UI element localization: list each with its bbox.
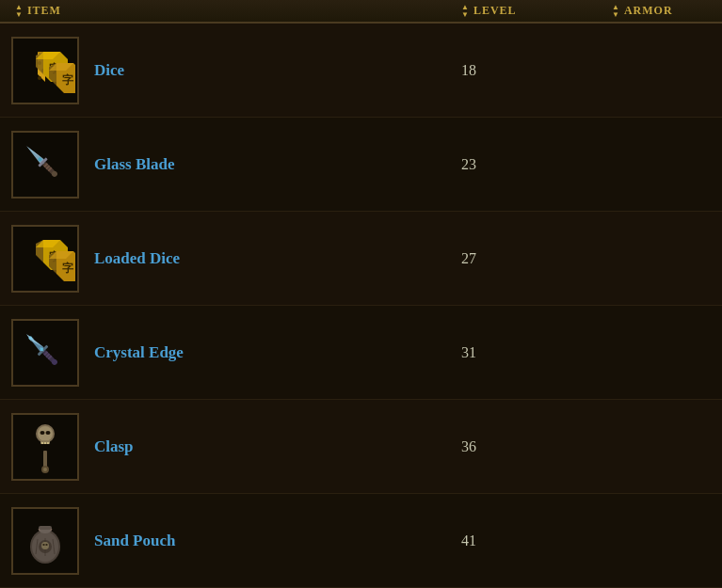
svg-text:字: 字 bbox=[62, 262, 74, 275]
item-cell: 字 字 Dice bbox=[0, 29, 452, 112]
item-icon bbox=[11, 131, 79, 199]
level-cell: 23 bbox=[452, 156, 602, 173]
level-cell: 31 bbox=[452, 344, 602, 361]
header-item[interactable]: ▲▼ ITEM bbox=[0, 4, 452, 19]
header-level[interactable]: ▲▼ LEVEL bbox=[452, 4, 602, 19]
item-name: Clasp bbox=[94, 437, 134, 456]
svg-point-68 bbox=[45, 544, 47, 546]
level-cell: 27 bbox=[452, 250, 602, 267]
item-icon bbox=[11, 319, 79, 387]
item-cell: Crystal Edge bbox=[0, 311, 452, 394]
header-armor-label: ARMOR bbox=[624, 4, 673, 18]
item-name: Dice bbox=[94, 61, 124, 80]
item-cell: Sand Pouch bbox=[0, 500, 452, 582]
table-row[interactable]: Glass Blade 23 bbox=[0, 118, 722, 212]
table-header: ▲▼ ITEM ▲▼ LEVEL ▲▼ ARMOR bbox=[0, 0, 722, 24]
svg-point-48 bbox=[38, 426, 53, 441]
level-cell: 36 bbox=[452, 438, 602, 455]
item-icon: 字 字 bbox=[11, 37, 79, 104]
item-cell: Clasp bbox=[0, 405, 452, 488]
item-cell: Glass Blade bbox=[0, 123, 452, 206]
level-cell: 18 bbox=[452, 62, 602, 79]
table-body: 字 字 Dice 18 bbox=[0, 24, 722, 588]
table-row[interactable]: 字 字 Dice 18 bbox=[0, 24, 722, 118]
level-sort-arrows: ▲▼ bbox=[461, 4, 470, 19]
item-name: Loaded Dice bbox=[94, 249, 180, 268]
header-level-label: LEVEL bbox=[473, 4, 517, 18]
level-cell: 41 bbox=[452, 532, 602, 549]
armor-sort-arrows: ▲▼ bbox=[612, 4, 620, 19]
svg-point-67 bbox=[42, 544, 44, 546]
item-icon: 字 字 bbox=[11, 225, 79, 293]
svg-rect-52 bbox=[41, 442, 43, 444]
svg-point-6 bbox=[38, 76, 41, 80]
table-row[interactable]: Crystal Edge 31 bbox=[0, 306, 722, 400]
header-item-label: ITEM bbox=[27, 4, 61, 18]
items-table: ▲▼ ITEM ▲▼ LEVEL ▲▼ ARMOR bbox=[0, 0, 722, 588]
item-sort-arrows: ▲▼ bbox=[15, 4, 24, 19]
item-name: Sand Pouch bbox=[94, 532, 175, 550]
svg-rect-54 bbox=[47, 442, 49, 444]
table-row[interactable]: Sand Pouch 41 bbox=[0, 494, 722, 588]
item-icon bbox=[11, 413, 79, 481]
svg-rect-69 bbox=[39, 526, 52, 530]
item-icon bbox=[11, 507, 79, 575]
svg-point-57 bbox=[43, 468, 47, 471]
item-name: Crystal Edge bbox=[94, 343, 184, 362]
svg-point-66 bbox=[41, 542, 49, 549]
header-armor[interactable]: ▲▼ ARMOR bbox=[602, 4, 722, 19]
table-row[interactable]: Clasp 36 bbox=[0, 400, 722, 494]
svg-point-50 bbox=[46, 431, 51, 435]
item-name: Glass Blade bbox=[94, 155, 175, 174]
svg-text:字: 字 bbox=[62, 73, 74, 87]
svg-rect-53 bbox=[44, 442, 46, 444]
item-cell: 字 字 Loaded Dice bbox=[0, 217, 452, 300]
svg-point-49 bbox=[40, 431, 45, 435]
table-row[interactable]: 字 字 Loaded Dice 27 bbox=[0, 212, 722, 306]
